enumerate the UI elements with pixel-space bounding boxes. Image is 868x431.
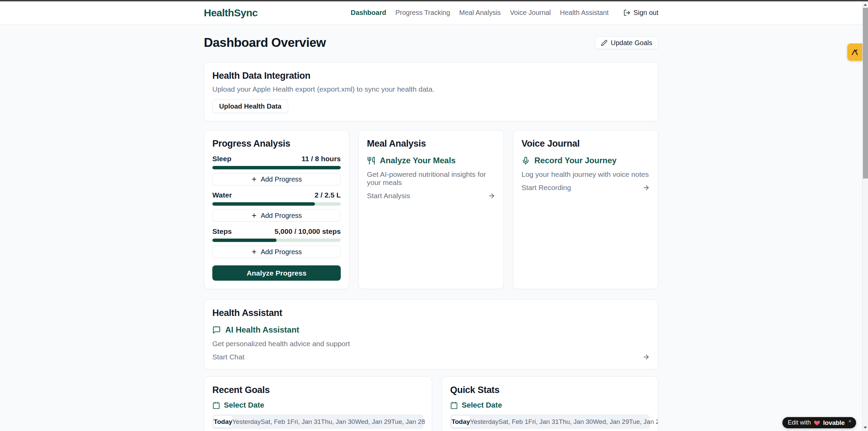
analyze-progress-button[interactable]: Analyze Progress bbox=[212, 265, 341, 281]
water-progress-bar bbox=[212, 202, 341, 206]
start-analysis-label: Start Analysis bbox=[367, 192, 410, 200]
edit-with-lovable-badge[interactable]: Edit with lovable × bbox=[782, 417, 856, 428]
app-logo[interactable]: HealthSync bbox=[204, 7, 258, 19]
plus-icon bbox=[251, 212, 257, 219]
arrow-right-icon bbox=[488, 192, 495, 200]
tab-wed-jan-29[interactable]: Wed, Jan 29 bbox=[593, 416, 629, 428]
add-water-progress-button[interactable]: Add Progress bbox=[212, 209, 341, 222]
plus-icon bbox=[251, 176, 257, 182]
recent-goals-date-tabs: Today Yesterday Sat, Feb 1 Fri, Jan 31 T… bbox=[212, 414, 424, 429]
steps-metric: Steps 5,000 / 10,000 steps Add Progress bbox=[212, 227, 341, 258]
caret-logo-icon bbox=[851, 48, 859, 56]
nav-dashboard[interactable]: Dashboard bbox=[351, 9, 386, 17]
meal-description: Get AI-powered nutritional insights for … bbox=[367, 170, 495, 187]
analyze-your-meals-link[interactable]: Analyze Your Meals bbox=[367, 156, 495, 165]
health-assistant-card: Health Assistant AI Health Assistant Get… bbox=[204, 299, 658, 370]
tab-thu-jan-30[interactable]: Thu, Jan 30 bbox=[559, 416, 593, 428]
quick-stats-select-date[interactable]: Select Date bbox=[450, 401, 650, 410]
page-title: Dashboard Overview bbox=[204, 36, 326, 50]
tab-tue-jan-28[interactable]: Tue, Jan 28 bbox=[629, 416, 658, 428]
plus-icon bbox=[251, 249, 257, 255]
start-chat-link[interactable]: Start Chat bbox=[212, 353, 650, 361]
tab-fri-jan-31[interactable]: Fri, Jan 31 bbox=[528, 416, 559, 428]
sleep-progress-bar bbox=[212, 166, 341, 169]
tab-fri-jan-31[interactable]: Fri, Jan 31 bbox=[290, 416, 321, 428]
start-chat-label: Start Chat bbox=[212, 353, 245, 361]
sleep-label: Sleep bbox=[212, 155, 231, 163]
sign-out-label: Sign out bbox=[634, 9, 658, 17]
lovable-brand-label: lovable bbox=[823, 419, 845, 427]
nav-voice-journal[interactable]: Voice Journal bbox=[510, 9, 551, 17]
arrow-right-icon bbox=[642, 184, 650, 191]
recent-goals-title: Recent Goals bbox=[212, 385, 424, 395]
scrollbar-up-arrow[interactable] bbox=[863, 2, 868, 7]
start-recording-link[interactable]: Start Recording bbox=[521, 184, 650, 192]
record-your-journey-label: Record Your Journey bbox=[534, 156, 617, 165]
steps-value: 5,000 / 10,000 steps bbox=[274, 227, 341, 236]
main-content: Dashboard Overview Update Goals Health D… bbox=[0, 24, 862, 431]
progress-analysis-card: Progress Analysis Sleep 11 / 8 hours Add… bbox=[204, 130, 349, 289]
nav-progress-tracking[interactable]: Progress Tracking bbox=[395, 9, 450, 17]
recent-goals-select-date[interactable]: Select Date bbox=[212, 401, 424, 410]
tab-yesterday[interactable]: Yesterday bbox=[470, 416, 499, 428]
utensils-icon bbox=[367, 156, 375, 165]
floating-extension-badge[interactable] bbox=[847, 43, 862, 61]
tab-today[interactable]: Today bbox=[214, 416, 232, 428]
add-progress-label: Add Progress bbox=[261, 212, 302, 220]
water-metric: Water 2 / 2.5 L Add Progress bbox=[212, 191, 341, 222]
tab-wed-jan-29[interactable]: Wed, Jan 29 bbox=[355, 416, 391, 428]
tab-tue-jan-28[interactable]: Tue, Jan 28 bbox=[391, 416, 425, 428]
tab-today[interactable]: Today bbox=[451, 416, 470, 428]
calendar-icon bbox=[212, 401, 220, 409]
select-date-label: Select Date bbox=[224, 401, 264, 410]
chat-bubble-icon bbox=[212, 326, 221, 334]
update-goals-button[interactable]: Update Goals bbox=[595, 36, 658, 49]
ai-health-assistant-link[interactable]: AI Health Assistant bbox=[212, 325, 650, 335]
start-recording-label: Start Recording bbox=[521, 184, 571, 192]
meal-analysis-card: Meal Analysis Analyze Your Meals Get AI-… bbox=[358, 130, 504, 289]
add-sleep-progress-button[interactable]: Add Progress bbox=[212, 173, 341, 185]
tab-sat-feb-1[interactable]: Sat, Feb 1 bbox=[261, 416, 290, 428]
quick-stats-date-tabs: Today Yesterday Sat, Feb 1 Fri, Jan 31 T… bbox=[450, 414, 650, 429]
scrollbar-thumb[interactable] bbox=[863, 8, 868, 179]
ai-health-assistant-label: AI Health Assistant bbox=[225, 325, 299, 335]
sign-out-button[interactable]: Sign out bbox=[623, 9, 658, 17]
microphone-icon bbox=[521, 156, 530, 165]
nav-meal-analysis[interactable]: Meal Analysis bbox=[459, 9, 501, 17]
pencil-icon bbox=[601, 40, 607, 46]
nav-health-assistant[interactable]: Health Assistant bbox=[560, 9, 608, 17]
start-analysis-link[interactable]: Start Analysis bbox=[367, 192, 495, 200]
steps-progress-bar bbox=[212, 239, 341, 242]
tab-thu-jan-30[interactable]: Thu, Jan 30 bbox=[321, 416, 355, 428]
record-your-journey-link[interactable]: Record Your Journey bbox=[521, 156, 650, 165]
meal-analysis-title: Meal Analysis bbox=[367, 138, 495, 149]
scrollbar[interactable] bbox=[862, 1, 868, 431]
select-date-label: Select Date bbox=[462, 401, 502, 410]
tab-sat-feb-1[interactable]: Sat, Feb 1 bbox=[498, 416, 528, 428]
integration-title: Health Data Integration bbox=[212, 71, 650, 81]
add-steps-progress-button[interactable]: Add Progress bbox=[212, 246, 341, 258]
steps-label: Steps bbox=[212, 227, 232, 236]
update-goals-label: Update Goals bbox=[611, 39, 652, 47]
scrollbar-down-arrow[interactable] bbox=[863, 425, 868, 430]
quick-stats-card: Quick Stats Select Date Today Yesterday … bbox=[442, 376, 658, 431]
window-top-edge bbox=[0, 0, 868, 1]
voice-journal-card: Voice Journal Record Your Journey Log yo… bbox=[513, 130, 658, 289]
logout-icon bbox=[623, 9, 631, 16]
quick-stats-title: Quick Stats bbox=[450, 385, 650, 395]
analyze-your-meals-label: Analyze Your Meals bbox=[380, 156, 456, 165]
assistant-description: Get personalized health advice and suppo… bbox=[212, 340, 650, 348]
water-label: Water bbox=[212, 191, 232, 199]
integration-description: Upload your Apple Health export (export.… bbox=[212, 85, 650, 93]
lovable-heart-icon bbox=[814, 419, 820, 426]
tab-yesterday[interactable]: Yesterday bbox=[232, 416, 261, 428]
upload-health-data-button[interactable]: Upload Health Data bbox=[212, 99, 288, 113]
water-value: 2 / 2.5 L bbox=[315, 191, 341, 199]
add-progress-label: Add Progress bbox=[261, 248, 302, 256]
arrow-right-icon bbox=[642, 353, 650, 361]
health-data-integration-card: Health Data Integration Upload your Appl… bbox=[204, 62, 658, 121]
sleep-value: 11 / 8 hours bbox=[301, 155, 341, 163]
calendar-icon bbox=[450, 401, 458, 409]
progress-analysis-title: Progress Analysis bbox=[212, 138, 341, 149]
close-icon[interactable]: × bbox=[848, 418, 851, 424]
